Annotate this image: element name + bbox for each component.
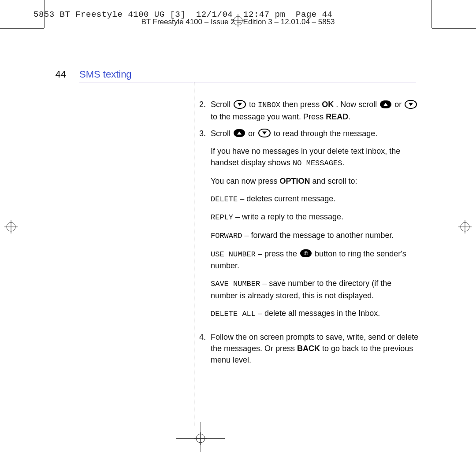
option-forward: FORWARD – forward the message to another…: [211, 230, 419, 242]
text: and scroll to:: [312, 177, 357, 185]
lcd-text-delete-all: DELETE ALL: [211, 310, 256, 318]
registration-mark-icon: [458, 220, 472, 233]
step-body: Scroll or to read through the message. I…: [211, 128, 419, 326]
text: Scroll: [211, 129, 233, 138]
lcd-text-no-messages: NO MESSAGES: [293, 159, 342, 167]
lcd-text-inbox: INBOX: [258, 101, 280, 109]
option-use-number: USE NUMBER – press the ✆ button to ring …: [211, 248, 419, 272]
registration-mark-icon: [194, 432, 207, 445]
text: or: [394, 100, 404, 109]
registration-mark-icon: [4, 220, 18, 233]
option-delete-all: DELETE ALL – delete all messages in the …: [211, 308, 419, 320]
bold-back: BACK: [297, 344, 320, 353]
scroll-up-key-icon: [380, 100, 391, 108]
lcd-text-reply: REPLY: [211, 213, 233, 222]
text: – deletes current message.: [238, 194, 335, 203]
registration-mark-icon: [231, 14, 245, 27]
lcd-text-forward: FORWARD: [211, 232, 242, 240]
main-content: 2. Scroll to INBOX then press OK . Now s…: [199, 99, 419, 371]
crop-mark: [432, 28, 476, 29]
section-title: SMS texting: [79, 69, 132, 80]
text: – write a reply to the message.: [233, 212, 343, 221]
crop-mark: [0, 28, 44, 29]
crop-mark: [431, 0, 432, 28]
scroll-down-key-icon: [258, 129, 271, 137]
text: then press: [283, 100, 322, 109]
step-4: 4. Follow the on screen prompts to save,…: [199, 331, 419, 366]
text: to: [249, 100, 258, 109]
step-body: Follow the on screen prompts to save, wr…: [211, 331, 419, 366]
text: .: [342, 158, 344, 167]
step-number: 2.: [199, 99, 211, 122]
scroll-down-key-icon: [405, 100, 417, 109]
column-separator: [194, 82, 194, 426]
page-body: 44 SMS texting 2. Scroll to INBOX then p…: [44, 29, 420, 426]
paragraph: You can now press OPTION and scroll to:: [211, 175, 419, 187]
scroll-up-key-icon: [234, 129, 245, 137]
option-save-number: SAVE NUMBER – save number to the directo…: [211, 278, 419, 301]
lcd-text-save-number: SAVE NUMBER: [211, 280, 260, 288]
scroll-down-key-icon: [234, 100, 246, 109]
text: to read through the message.: [274, 129, 377, 138]
step-number: 3.: [199, 128, 211, 326]
text: .: [348, 112, 350, 121]
crop-mark: [44, 0, 45, 28]
call-key-icon: ✆: [300, 249, 312, 257]
step-number: 4.: [199, 331, 211, 366]
text: – delete all messages in the Inbox.: [256, 309, 380, 318]
text: Scroll: [211, 100, 233, 109]
paragraph: If you have no messages in your delete t…: [211, 145, 419, 169]
text: or: [248, 129, 257, 138]
option-reply: REPLY – write a reply to the message.: [211, 211, 419, 223]
lcd-text-delete: DELETE: [211, 195, 238, 204]
option-delete: DELETE – deletes current message.: [211, 193, 419, 205]
text: – press the: [256, 249, 299, 258]
step-2: 2. Scroll to INBOX then press OK . Now s…: [199, 99, 419, 122]
bold-option: OPTION: [279, 177, 310, 185]
header-rule: [79, 82, 416, 82]
bold-read: READ: [326, 112, 348, 121]
step-body: Scroll to INBOX then press OK . Now scro…: [211, 99, 419, 122]
bold-ok: OK: [322, 100, 334, 109]
page-header: 44 SMS texting: [44, 69, 420, 80]
text: You can now press: [211, 177, 279, 185]
page-number: 44: [44, 69, 66, 80]
text: – forward the message to another number.: [242, 231, 394, 240]
text: . Now scroll: [336, 100, 379, 109]
lcd-text-use-number: USE NUMBER: [211, 250, 256, 259]
step-3: 3. Scroll or to read through the message…: [199, 128, 419, 326]
text: to the message you want. Press: [211, 112, 326, 121]
